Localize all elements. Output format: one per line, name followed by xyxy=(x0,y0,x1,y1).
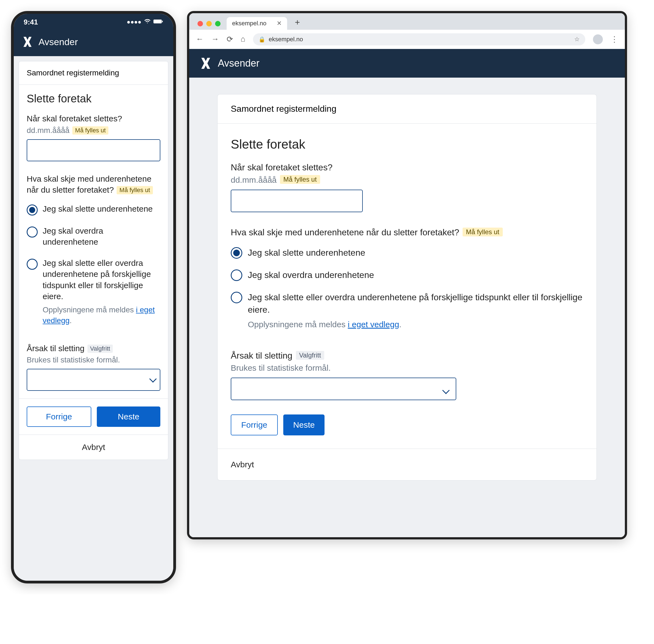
radio-circle-icon xyxy=(231,270,242,281)
reason-label: Årsak til sletting xyxy=(27,344,84,353)
forward-icon[interactable]: → xyxy=(211,35,219,44)
phone-frame: 9:41 ●●●● Avsender Samordnet registermel… xyxy=(11,11,176,583)
window-controls xyxy=(195,21,223,30)
signal-icon: ●●●● xyxy=(127,19,141,26)
radio-label: Jeg skal slette eller overdra underenhet… xyxy=(43,258,151,301)
card-header: Samordnet registermelding xyxy=(19,61,168,85)
form-section: Slette foretak Når skal foretaket slette… xyxy=(218,123,597,448)
subunits-field-group: Hva skal skje med underenhetene når du s… xyxy=(27,174,160,331)
lock-icon: 🔒 xyxy=(259,36,265,43)
subunits-field-group: Hva skal skje med underenhetene når du s… xyxy=(231,227,583,335)
radio-circle-icon xyxy=(231,247,242,259)
radio-description: Opplysningene må meldes i eget vedlegg. xyxy=(43,304,160,326)
close-tab-icon[interactable]: ✕ xyxy=(277,20,282,27)
attachment-link[interactable]: i eget vedlegg xyxy=(348,320,399,329)
date-hint-row: dd.mm.åååå Må fylles ut xyxy=(27,126,160,135)
close-window-icon[interactable] xyxy=(197,21,203,26)
subunits-label-row: Hva skal skje med underenhetene når du s… xyxy=(231,227,583,238)
radio-option-transfer[interactable]: Jeg skal overdra underenhetene xyxy=(231,264,583,286)
back-icon[interactable]: ← xyxy=(196,35,203,44)
url-bar[interactable]: 🔒 eksempel.no ☆ xyxy=(253,33,585,45)
more-menu-icon[interactable]: ⋮ xyxy=(610,35,618,44)
browser-frame: eksempel.no ✕ + ← → ⟳ ⌂ 🔒 eksempel.no ☆ … xyxy=(187,11,627,539)
next-button[interactable]: Neste xyxy=(283,414,324,435)
reason-field-group: Årsak til sletting Valgfritt Brukes til … xyxy=(231,350,583,400)
desc-prefix: Opplysningene må meldes xyxy=(43,305,136,314)
reason-label-row: Årsak til sletting Valgfritt xyxy=(231,350,583,362)
date-label: Når skal foretaket slettes? xyxy=(231,162,583,174)
required-tag: Må fylles ut xyxy=(463,228,503,236)
radio-circle-icon xyxy=(27,205,38,215)
status-icons: ●●●● xyxy=(127,18,163,26)
url-text: eksempel.no xyxy=(269,36,303,43)
reason-label-row: Årsak til sletting Valgfritt xyxy=(27,343,160,354)
app-header: Avsender xyxy=(14,30,173,56)
reload-icon[interactable]: ⟳ xyxy=(226,35,233,44)
bookmark-star-icon[interactable]: ☆ xyxy=(574,36,580,43)
nav-icons: ← → ⟳ ⌂ xyxy=(196,35,245,44)
reason-select-wrap xyxy=(27,364,160,391)
radio-option-delete[interactable]: Jeg skal slette underenhetene xyxy=(231,242,583,264)
radio-label: Jeg skal slette eller overdra underenhet… xyxy=(248,292,582,315)
brand-name: Avsender xyxy=(218,58,259,69)
reason-help: Brukes til statistiske formål. xyxy=(27,355,160,364)
radio-description: Opplysningene må meldes i eget vedlegg. xyxy=(248,318,583,330)
radio-label: Jeg skal slette underenhetene xyxy=(43,203,153,215)
brand-logo-icon xyxy=(21,36,33,48)
radio-option-transfer[interactable]: Jeg skal overdra underenhetene xyxy=(27,221,160,253)
browser-tab-strip: eksempel.no ✕ + xyxy=(189,13,625,30)
required-tag: Må fylles ut xyxy=(117,186,153,194)
minimize-window-icon[interactable] xyxy=(206,21,212,26)
form-card: Samordnet registermelding Slette foretak… xyxy=(217,94,597,481)
reason-help: Brukes til statistiske formål. xyxy=(231,363,583,373)
next-button[interactable]: Neste xyxy=(97,407,160,427)
phone-status-bar: 9:41 ●●●● xyxy=(14,14,173,30)
radio-option-mixed[interactable]: Jeg skal slette eller overdra underenhet… xyxy=(231,286,583,336)
cancel-button[interactable]: Avbryt xyxy=(19,435,168,460)
date-input[interactable] xyxy=(27,139,160,161)
date-field-group: Når skal foretaket slettes? dd.mm.åååå M… xyxy=(27,113,160,161)
radio-circle-icon xyxy=(27,227,38,237)
wifi-icon xyxy=(144,18,151,26)
optional-tag: Valgfritt xyxy=(88,345,113,353)
svg-rect-0 xyxy=(153,20,162,23)
maximize-window-icon[interactable] xyxy=(215,21,221,26)
subunits-label: Hva skal skje med underenhetene når du s… xyxy=(231,227,459,237)
form-card: Samordnet registermelding Slette foretak… xyxy=(19,61,168,460)
browser-toolbar: ← → ⟳ ⌂ 🔒 eksempel.no ☆ ⋮ xyxy=(189,30,625,49)
prev-button[interactable]: Forrige xyxy=(231,414,278,435)
phone-content: Samordnet registermelding Slette foretak… xyxy=(14,56,173,581)
prev-button[interactable]: Forrige xyxy=(27,407,91,427)
app-header: Avsender xyxy=(189,49,625,77)
date-input[interactable] xyxy=(231,190,363,212)
browser-tab[interactable]: eksempel.no ✕ xyxy=(226,17,287,30)
new-tab-button[interactable]: + xyxy=(290,17,305,30)
reason-select[interactable] xyxy=(27,369,160,391)
radio-label: Jeg skal overdra underenhetene xyxy=(248,269,374,281)
battery-icon xyxy=(153,19,163,26)
browser-content: Samordnet registermelding Slette foretak… xyxy=(189,77,625,537)
required-tag: Må fylles ut xyxy=(72,126,108,135)
page-title: Slette foretak xyxy=(231,137,583,152)
button-row: Forrige Neste xyxy=(19,398,168,435)
reason-select[interactable] xyxy=(231,377,456,400)
profile-avatar[interactable] xyxy=(593,34,603,44)
radio-label: Jeg skal overdra underenhetene xyxy=(43,225,160,248)
svg-rect-1 xyxy=(162,21,163,22)
card-header: Samordnet registermelding xyxy=(218,94,597,123)
desc-prefix: Opplysningene må meldes xyxy=(248,320,348,329)
subunits-label-row: Hva skal skje med underenhetene når du s… xyxy=(27,174,160,196)
radio-option-delete[interactable]: Jeg skal slette underenhetene xyxy=(27,199,160,221)
radio-option-mixed[interactable]: Jeg skal slette eller overdra underenhet… xyxy=(27,253,160,331)
radio-circle-icon xyxy=(27,259,38,270)
cancel-button[interactable]: Avbryt xyxy=(218,448,597,480)
subunits-radios: Jeg skal slette underenhetene Jeg skal o… xyxy=(27,199,160,331)
date-label: Når skal foretaket slettes? xyxy=(27,113,160,124)
home-icon[interactable]: ⌂ xyxy=(241,35,245,44)
radio-circle-icon xyxy=(231,292,242,303)
required-tag: Må fylles ut xyxy=(280,175,320,184)
tab-title: eksempel.no xyxy=(232,20,266,27)
brand-name: Avsender xyxy=(39,37,78,47)
radio-label: Jeg skal slette underenhetene xyxy=(248,247,365,259)
date-field-group: Når skal foretaket slettes? dd.mm.åååå M… xyxy=(231,162,583,212)
